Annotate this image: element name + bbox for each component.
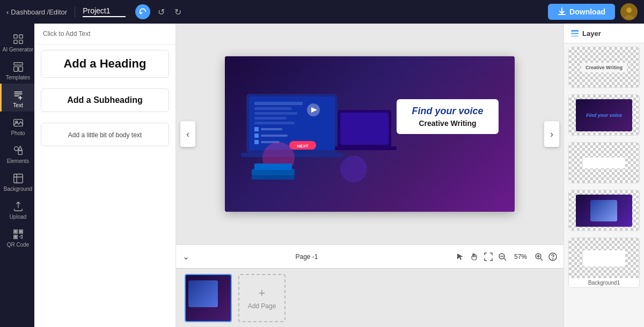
svg-rect-35	[254, 107, 292, 110]
cursor-tool-button[interactable]	[456, 252, 465, 261]
sidebar-label-upload: Upload	[10, 214, 27, 220]
svg-marker-19	[18, 146, 22, 150]
subheading-label: Add a Subheading	[67, 95, 142, 105]
canvas-slide[interactable]: NEXT	[225, 56, 515, 212]
sidebar: AI Generator Templates Text	[0, 24, 34, 327]
next-slide-button[interactable]: ›	[544, 121, 559, 147]
svg-rect-68	[571, 30, 579, 32]
sidebar-label-ai: AI Generator	[3, 47, 33, 53]
sidebar-item-templates[interactable]: Templates	[0, 56, 34, 84]
svg-rect-6	[19, 40, 22, 43]
fullscreen-button[interactable]	[484, 252, 493, 261]
zoom-level: 57%	[512, 253, 529, 261]
svg-rect-56	[254, 164, 292, 170]
body-label: Add a little bit of body text	[68, 131, 142, 139]
sidebar-item-photo[interactable]: Photo	[0, 112, 34, 139]
svg-rect-4	[19, 35, 22, 38]
sidebar-item-qrcode[interactable]: QR Code	[0, 223, 34, 251]
redo-button[interactable]: ↻	[172, 5, 184, 19]
svg-rect-70	[571, 35, 579, 37]
svg-rect-8	[13, 66, 17, 71]
svg-rect-9	[18, 66, 22, 71]
slide-text-box: Find your voice Creative Writing	[397, 99, 499, 134]
sidebar-item-ai-generator[interactable]: AI Generator	[0, 28, 34, 56]
layer-item-find-voice[interactable]: Find your voice	[568, 94, 640, 136]
main-layout: AI Generator Templates Text	[0, 24, 644, 327]
canvas-toolbar: ⌄ Page -1	[176, 244, 564, 268]
layer-item-white-box[interactable]	[568, 142, 640, 183]
layer-item-laptop[interactable]	[568, 190, 640, 231]
svg-rect-34	[254, 102, 303, 105]
sidebar-item-upload[interactable]: Upload	[0, 195, 34, 223]
svg-rect-37	[254, 117, 287, 120]
zoom-in-button[interactable]	[535, 252, 543, 261]
sync-indicator	[135, 4, 150, 19]
svg-rect-22	[14, 231, 16, 233]
svg-rect-52	[335, 146, 397, 150]
svg-marker-58	[457, 254, 463, 260]
layer-item-creative-writing[interactable]: Creative Writing	[568, 47, 640, 88]
svg-point-54	[340, 155, 367, 182]
undo-button[interactable]: ↺	[156, 5, 167, 19]
page-thumbnail-1[interactable]	[185, 274, 232, 322]
add-page-label: Add Page	[248, 302, 276, 310]
topbar: ‹ Dashboard /Editor Project1 ↺ ↻ Downloa…	[0, 0, 644, 24]
project-title[interactable]: Project1	[83, 6, 126, 17]
text-panel-hint: Click to Add Text	[34, 24, 175, 44]
svg-rect-39	[254, 127, 259, 131]
body-option[interactable]: Add a little bit of body text	[41, 123, 169, 146]
sidebar-item-text[interactable]: Text	[0, 84, 34, 112]
page-thumb-bg	[186, 275, 231, 321]
svg-rect-51	[340, 113, 389, 145]
slide-find-voice: Find your voice	[406, 106, 489, 117]
user-avatar[interactable]	[620, 3, 638, 20]
prev-slide-button[interactable]: ‹	[180, 121, 195, 147]
layer-preview-background1	[569, 238, 639, 278]
right-panel-header: Layer	[564, 24, 644, 43]
svg-rect-36	[254, 112, 297, 115]
svg-rect-38	[254, 122, 295, 124]
right-panel: Layer Creative Writing Find your voice	[564, 24, 644, 327]
layer-preview-white-box	[569, 143, 639, 183]
back-button[interactable]: ‹ Dashboard /Editor	[6, 8, 67, 16]
layer-preview-find-voice: Find your voice	[569, 95, 639, 135]
subheading-option[interactable]: Add a Subheading	[41, 88, 169, 112]
add-page-button[interactable]: + Add Page	[238, 274, 286, 322]
sidebar-label-background: Background	[4, 186, 32, 192]
sidebar-label-photo: Photo	[11, 130, 25, 136]
canvas-area: ‹	[176, 24, 564, 327]
svg-rect-42	[261, 135, 288, 137]
help-button[interactable]	[548, 252, 557, 261]
svg-rect-5	[13, 40, 17, 43]
sidebar-item-elements[interactable]: Elements	[0, 139, 34, 167]
svg-rect-20	[13, 174, 23, 183]
text-panel: Click to Add Text Add a Heading Add a Su…	[34, 24, 176, 327]
layer-icon	[570, 29, 579, 38]
svg-point-67	[553, 258, 553, 259]
svg-point-1	[626, 8, 632, 13]
svg-text:NEXT: NEXT	[297, 144, 308, 148]
svg-rect-24	[20, 231, 21, 233]
sidebar-label-text: Text	[13, 102, 23, 108]
slide-creative-writing: Creative Writing	[406, 119, 489, 128]
layer-preview-creative-writing: Creative Writing	[569, 47, 639, 87]
download-button[interactable]: Download	[548, 4, 615, 20]
page-label: Page -1	[176, 253, 452, 261]
layer-label-background1: Background1	[569, 278, 639, 287]
toolbar-icons: 57%	[456, 252, 557, 261]
heading-option[interactable]: Add a Heading	[41, 50, 169, 78]
zoom-out-button[interactable]	[498, 252, 507, 261]
svg-rect-69	[571, 33, 579, 34]
svg-rect-3	[13, 35, 17, 38]
sidebar-label-elements: Elements	[7, 158, 30, 164]
add-page-icon: +	[259, 286, 266, 300]
slide-illustration: NEXT	[236, 62, 402, 206]
sidebar-label-qrcode: QR Code	[7, 242, 30, 248]
sidebar-item-background[interactable]: Background	[0, 167, 34, 195]
layer-item-background1[interactable]: Background1	[568, 237, 640, 288]
svg-rect-41	[254, 133, 259, 138]
svg-point-17	[14, 147, 18, 151]
hand-tool-button[interactable]	[470, 252, 479, 261]
svg-rect-40	[261, 128, 282, 130]
page-strip: + Add Page	[176, 268, 564, 327]
